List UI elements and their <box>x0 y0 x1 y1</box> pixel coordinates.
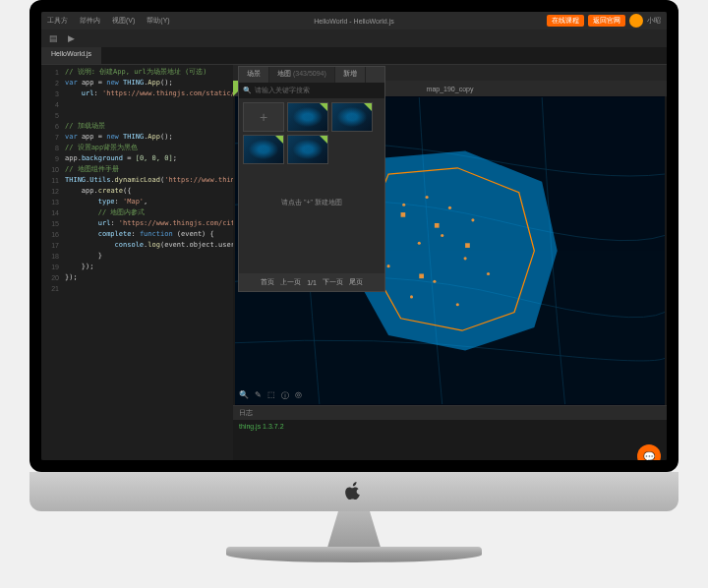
console-tab[interactable]: 日志 <box>233 406 667 420</box>
zoom-icon[interactable]: 🔍 <box>239 390 249 401</box>
svg-rect-13 <box>401 212 406 217</box>
pagination: 首页 上一页 1/1 下一页 尾页 <box>239 273 384 291</box>
code-editor[interactable]: 123456789101112131415161718192021 // 说明:… <box>41 65 233 460</box>
console-panel: 日志 thing.js 1.3.7.2 <box>233 405 667 460</box>
menu-tools[interactable]: 工具方 <box>47 16 68 26</box>
menu-parts[interactable]: 部件内 <box>80 16 100 26</box>
search-icon: 🔍 <box>243 87 252 94</box>
monitor-frame: 工具方 部件内 视图(V) 帮助(Y) HelloWorld - HelloWo… <box>30 0 678 472</box>
svg-rect-16 <box>419 273 424 278</box>
tab-new[interactable]: 新增 <box>335 67 366 83</box>
code-content: // 说明: 创建App, url为场景地址 (可选) var app = ne… <box>65 65 233 283</box>
scene-thumbnail[interactable] <box>287 135 328 164</box>
dialog-hint: 请点击 "+" 新建地图 <box>239 198 384 207</box>
svg-point-6 <box>418 242 421 245</box>
apple-logo-icon <box>344 480 364 503</box>
monitor-bezel <box>30 472 678 511</box>
layers-icon[interactable]: ⬚ <box>267 390 275 401</box>
info-icon[interactable]: ⓘ <box>281 390 289 401</box>
ide-screen: 工具方 部件内 视图(V) 帮助(Y) HelloWorld - HelloWo… <box>41 12 667 460</box>
resource-dialog: 场景 地图 (343/5094) 新增 🔍 请输入关键字搜索 + 请点击 "+"… <box>238 66 385 292</box>
add-scene-button[interactable]: + <box>243 102 284 132</box>
play-icon[interactable]: ▶ <box>65 32 77 44</box>
scene-thumbnail[interactable] <box>243 135 284 164</box>
page-first[interactable]: 首页 <box>261 277 274 287</box>
monitor-base <box>226 547 482 562</box>
tab-scene[interactable]: 场景 <box>239 67 269 83</box>
menu-view[interactable]: 视图(V) <box>112 16 135 26</box>
menu-help[interactable]: 帮助(Y) <box>147 16 169 26</box>
page-last[interactable]: 尾页 <box>349 277 363 287</box>
line-gutter: 123456789101112131415161718192021 <box>41 65 63 294</box>
monitor-stand <box>315 511 393 551</box>
tab-map[interactable]: 地图 (343/5094) <box>269 67 335 83</box>
svg-point-12 <box>387 265 390 267</box>
svg-point-9 <box>433 280 436 283</box>
avatar[interactable] <box>629 14 643 28</box>
svg-rect-14 <box>435 223 440 228</box>
svg-point-8 <box>487 272 490 275</box>
menu-bar: 工具方 部件内 视图(V) 帮助(Y) HelloWorld - HelloWo… <box>41 12 667 29</box>
editor-toolbar: ▤ ▶ <box>41 29 667 47</box>
file-tab[interactable]: HelloWorld.js <box>41 47 102 64</box>
chat-button[interactable]: 💬 <box>637 444 661 460</box>
page-indicator: 1/1 <box>307 279 317 286</box>
svg-point-10 <box>410 295 413 298</box>
online-course-button[interactable]: 在线课程 <box>547 15 584 27</box>
svg-point-1 <box>402 204 405 206</box>
svg-point-11 <box>456 303 459 306</box>
page-prev[interactable]: 上一页 <box>280 277 301 287</box>
edit-icon[interactable]: ✎ <box>255 390 262 401</box>
svg-point-2 <box>426 196 429 199</box>
svg-point-3 <box>448 206 451 209</box>
scene-thumbnail[interactable] <box>331 102 373 132</box>
page-next[interactable]: 下一页 <box>323 277 343 287</box>
svg-point-5 <box>441 234 443 237</box>
svg-point-4 <box>471 218 474 221</box>
file-icon[interactable]: ▤ <box>47 32 59 44</box>
window-title: HelloWorld - HelloWorld.js <box>314 18 393 25</box>
file-tabs: HelloWorld.js <box>41 47 667 65</box>
scene-thumbnail[interactable] <box>287 102 328 132</box>
scene-name: map_190_copy <box>427 86 474 92</box>
map-controls: 🔍 ✎ ⬚ ⓘ ◎ <box>239 390 302 401</box>
dialog-search[interactable]: 🔍 请输入关键字搜索 <box>239 83 384 98</box>
search-placeholder: 请输入关键字搜索 <box>255 86 310 95</box>
back-site-button[interactable]: 返回官网 <box>588 15 625 27</box>
svg-rect-15 <box>465 243 470 248</box>
target-icon[interactable]: ◎ <box>295 390 302 401</box>
console-line: thing.js 1.3.7.2 <box>239 423 284 430</box>
username: 小昭 <box>647 16 661 26</box>
svg-point-7 <box>464 257 467 260</box>
